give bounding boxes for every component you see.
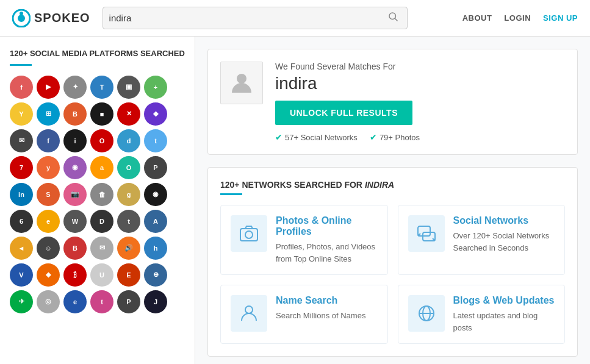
network-title-camera: Photos & Online Profiles: [276, 215, 378, 237]
main-content: We Found Several Matches For indira UNLO…: [195, 37, 590, 364]
social-icon-app19[interactable]: ◆: [37, 263, 60, 287]
social-icon-app18[interactable]: h: [144, 237, 167, 260]
main-layout: 120+ SOCIAL MEDIA PLATFORMS SEARCHED f▶✦…: [0, 37, 590, 364]
social-icon-app25[interactable]: J: [144, 290, 167, 313]
social-icon-behance[interactable]: B: [63, 237, 87, 260]
search-input[interactable]: [109, 13, 385, 23]
check-icon-1: ✔: [275, 132, 282, 142]
logo-text: SPOKEO: [34, 11, 90, 25]
spokeo-logo-icon: [12, 9, 31, 27]
search-name: indira: [275, 74, 565, 93]
social-icon-waffle[interactable]: ⊞: [37, 102, 60, 126]
nav-login[interactable]: LOGIN: [504, 13, 531, 23]
social-icon-app12[interactable]: 🗑: [90, 183, 113, 206]
social-icon-ebay[interactable]: e: [37, 210, 60, 233]
social-icon-aol[interactable]: A: [144, 210, 167, 233]
social-icon-flickr[interactable]: f: [10, 76, 33, 99]
social-icon-app1[interactable]: ✦: [63, 76, 87, 99]
social-icon-app20[interactable]: U: [90, 263, 113, 287]
social-icon-tripadvisor[interactable]: ✈: [10, 290, 33, 313]
social-icon-linkedin[interactable]: in: [10, 183, 33, 206]
social-icon-yammer[interactable]: Y: [10, 102, 33, 126]
search-button[interactable]: [385, 11, 401, 25]
sidebar-title: 120+ SOCIAL MEDIA PLATFORMS SEARCHED: [10, 49, 185, 59]
network-description-camera: Profiles, Photos, and Videos from Top On…: [276, 241, 378, 265]
logo[interactable]: SPOKEO: [12, 9, 90, 27]
network-icon-box-camera: [231, 215, 267, 252]
social-icon-app13[interactable]: ◉: [144, 183, 167, 206]
social-icon-app11[interactable]: O: [117, 156, 140, 179]
sidebar-underline: [10, 64, 32, 66]
networks-underline: [220, 193, 242, 195]
social-icon-app21[interactable]: ⊕: [144, 263, 167, 287]
network-card-person: Name Search Search Millions of Names: [220, 285, 388, 344]
header: SPOKEO ABOUT LOGIN SIGN UP: [0, 0, 590, 37]
network-info-person: Name Search Search Millions of Names: [276, 295, 365, 322]
social-icon-amazon[interactable]: a: [90, 156, 113, 179]
social-icon-grid: f▶✦T▣+Y⊞B■✕◆✉fiOdt7y◉aOPinS📷🗑g◉6eWDtA◄☺B…: [10, 76, 185, 313]
social-icon-app17[interactable]: ✉: [90, 237, 113, 260]
social-icon-vimeo[interactable]: V: [10, 263, 33, 287]
social-icon-app22[interactable]: ◎: [37, 290, 60, 313]
social-icon-blogger[interactable]: B: [63, 102, 87, 126]
social-icon-plus[interactable]: +: [144, 76, 167, 99]
social-icon-app9[interactable]: 7: [10, 156, 33, 179]
social-icon-app15[interactable]: ◄: [10, 237, 33, 260]
social-icon-twitter[interactable]: t: [144, 129, 167, 152]
profile-card: We Found Several Matches For indira UNLO…: [207, 49, 578, 155]
social-icon-yelp[interactable]: y: [37, 156, 60, 179]
photos-count: 79+ Photos: [380, 133, 420, 142]
header-nav: ABOUT LOGIN SIGN UP: [462, 13, 578, 23]
social-icon-app14[interactable]: 6: [10, 210, 33, 233]
social-icon-soundcloud[interactable]: 🔊: [117, 237, 140, 260]
social-icon-app24[interactable]: P: [117, 290, 140, 313]
network-title-globe: Blogs & Web Updates: [453, 295, 555, 306]
social-icon-email[interactable]: ✉: [10, 129, 33, 152]
social-icon-app4[interactable]: ✕: [117, 102, 140, 126]
network-title-chat: Social Networks: [453, 215, 555, 226]
social-icon-app16[interactable]: ☺: [37, 237, 60, 260]
social-icon-app5[interactable]: ◆: [144, 102, 167, 126]
nav-about[interactable]: ABOUT: [462, 13, 492, 23]
profile-info: We Found Several Matches For indira UNLO…: [275, 62, 565, 142]
social-icon-tumblr2[interactable]: t: [90, 290, 113, 313]
photos-check: ✔ 79+ Photos: [370, 132, 420, 142]
social-icon-app6[interactable]: i: [63, 129, 87, 152]
network-icon-box-person: [231, 295, 267, 332]
social-icon-app10[interactable]: ◉: [63, 156, 87, 179]
social-icon-goodreads[interactable]: g: [117, 183, 140, 206]
nav-signup[interactable]: SIGN UP: [543, 13, 578, 23]
network-description-globe: Latest updates and blog posts: [453, 310, 555, 334]
social-icon-stumble[interactable]: S: [37, 183, 60, 206]
svg-point-3: [389, 13, 396, 20]
network-info-globe: Blogs & Web Updates Latest updates and b…: [453, 295, 555, 334]
person-icon: [229, 71, 254, 95]
svg-point-7: [245, 231, 253, 238]
social-icon-wordpress[interactable]: W: [63, 210, 87, 233]
network-card-chat: Social Networks Over 120+ Social Network…: [398, 205, 566, 275]
networks-section: 120+ NETWORKS SEARCHED FOR INDIRA Photos…: [207, 167, 578, 357]
social-networks-check: ✔ 57+ Social Networks: [275, 132, 358, 142]
search-bar: [103, 7, 408, 29]
search-icon: [387, 11, 398, 22]
social-icon-app3[interactable]: ■: [90, 102, 113, 126]
social-icon-facebook[interactable]: f: [37, 129, 60, 152]
social-icon-instagram[interactable]: 📷: [63, 183, 87, 206]
svg-point-5: [237, 74, 246, 84]
networks-title: 120+ NETWORKS SEARCHED FOR INDIRA: [220, 180, 565, 190]
svg-line-4: [395, 18, 397, 21]
svg-point-10: [245, 306, 253, 313]
social-icon-tumblr[interactable]: t: [117, 210, 140, 233]
social-icon-producthunt[interactable]: P: [144, 156, 167, 179]
social-icon-teams[interactable]: T: [90, 76, 113, 99]
social-icon-app8[interactable]: d: [117, 129, 140, 152]
social-icon-bitcoin[interactable]: ₿: [63, 263, 87, 287]
social-icon-etsy[interactable]: E: [117, 263, 140, 287]
social-icon-youtube[interactable]: ▶: [37, 76, 60, 99]
social-icon-app2[interactable]: ▣: [117, 76, 140, 99]
network-icon-box-chat: [408, 215, 445, 252]
social-icon-disqus[interactable]: D: [90, 210, 113, 233]
social-icon-app7[interactable]: O: [90, 129, 113, 152]
social-icon-app23[interactable]: e: [63, 290, 87, 313]
unlock-button[interactable]: UNLOCK FULL RESULTS: [275, 101, 412, 125]
